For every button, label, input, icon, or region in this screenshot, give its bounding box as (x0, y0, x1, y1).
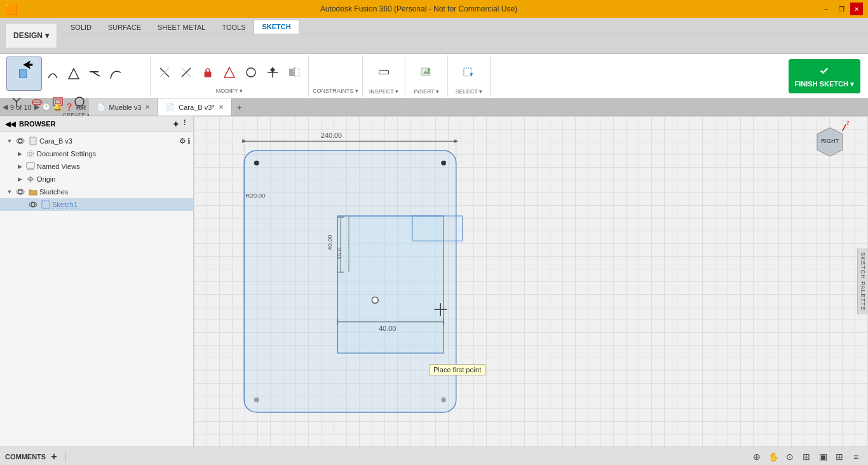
user-icon[interactable]: RR (76, 104, 86, 111)
inspect-group-label: INSPECT ▾ (369, 88, 398, 96)
design-button[interactable]: DESIGN ▾ (5, 23, 57, 48)
diagonal2-button[interactable] (176, 62, 196, 83)
triangle2-button[interactable] (219, 62, 240, 83)
eye-icon[interactable] (15, 136, 25, 146)
browser-item-cara-b[interactable]: ▼ Cara_B v3 ⚙ ℹ (0, 135, 193, 147)
constraints-group-label: CONSTRAINTS ▾ (313, 88, 358, 95)
mirror-button[interactable] (284, 62, 304, 83)
browser-item-named-views[interactable]: ▶ Named Views (0, 160, 193, 173)
lock-button[interactable] (198, 62, 218, 83)
svg-line-6 (13, 98, 17, 102)
toggle-doc-settings[interactable]: ▶ (15, 151, 24, 157)
eye-sketches-icon[interactable] (15, 187, 25, 197)
finish-sketch-button[interactable]: FINISH SKETCH ▾ (789, 59, 860, 93)
browser-item-doc-settings[interactable]: ▶ Document Settings (0, 147, 193, 160)
browser-label-cara-b: Cara_B v3 (39, 137, 177, 145)
sketch-canvas[interactable]: 240.00 R20.00 40.00 15.0 (194, 116, 868, 447)
intersect-button[interactable] (262, 62, 283, 83)
toggle-origin[interactable]: ▶ (15, 176, 24, 182)
svg-rect-4 (90, 71, 98, 72)
toggle-cara-b[interactable]: ▼ (5, 138, 14, 144)
grid-toggle-tool[interactable]: ⊞ (832, 450, 846, 464)
tab-sheet-metal[interactable]: SHEET METAL (149, 20, 214, 34)
browser-add-icon[interactable]: + (173, 119, 179, 129)
display-mode-tool[interactable]: ▣ (816, 450, 830, 464)
tab-cara-b-v3[interactable]: 📄 Cara_B v3* ✕ (158, 98, 231, 116)
insert-image-button[interactable] (409, 57, 444, 88)
eye-sketch1-icon[interactable] (28, 199, 38, 210)
nav-prev-icon[interactable]: ◀ (3, 103, 8, 111)
curve-tool-button[interactable] (105, 64, 126, 84)
line-ext-button[interactable] (85, 64, 105, 84)
comments-add-icon[interactable]: + (51, 451, 57, 462)
views-icon (25, 161, 36, 172)
tab-mueble-v3[interactable]: 📄 Mueble v3 ✕ (89, 98, 159, 116)
browser-more-icon[interactable]: ⋮ (181, 119, 188, 129)
browser-item-sketch1[interactable]: Sketch1 (0, 198, 193, 211)
browser-label-sketch1: Sketch1 (52, 201, 191, 208)
toggle-named-views[interactable]: ▶ (15, 163, 24, 170)
tab-tools[interactable]: TOOLS (214, 20, 254, 34)
viewcube[interactable]: RIGHT Z (811, 121, 849, 159)
svg-point-51 (18, 190, 22, 194)
arc-tool-button[interactable] (43, 64, 63, 84)
triangle-tool-button[interactable] (64, 64, 84, 84)
sketch-palette-tab[interactable]: SKETCH PALETTE (857, 248, 868, 314)
browser-item-origin[interactable]: ▶ Origin (0, 173, 193, 185)
new-tab-button[interactable]: + (232, 100, 247, 115)
close-button[interactable]: ✕ (850, 3, 863, 15)
svg-text:Z: Z (846, 121, 849, 126)
orbit-tool[interactable]: ⊕ (750, 450, 764, 464)
clock-icon[interactable]: 🕐 (42, 103, 51, 111)
tab-solid[interactable]: SOLID (62, 20, 100, 34)
insert-group-label: INSERT ▾ (414, 88, 439, 96)
more-tools[interactable]: ≡ (849, 450, 863, 464)
gear-icon (25, 149, 36, 159)
nav-count: 9 of 10 (8, 104, 34, 111)
toggle-sketches[interactable]: ▼ (5, 189, 14, 195)
comments-label: COMMENTS (5, 453, 46, 461)
toolbar-group-select: SELECT ▾ (448, 55, 491, 97)
zoom-fit-tool[interactable]: ⊙ (783, 450, 797, 464)
tab-surface[interactable]: SURFACE (100, 20, 149, 34)
select-button[interactable] (452, 57, 486, 88)
svg-rect-43 (30, 137, 36, 145)
canvas-area[interactable]: 240.00 R20.00 40.00 15.0 (194, 116, 868, 447)
zoom-window-tool[interactable]: ⊞ (799, 450, 813, 464)
circle2-button[interactable] (241, 62, 261, 83)
notification-icon[interactable]: 🔔 (53, 103, 62, 111)
info-icon[interactable]: ℹ (187, 137, 191, 145)
browser-label-sketches: Sketches (39, 188, 191, 196)
svg-rect-28 (295, 69, 299, 76)
tab-label: Cara_B v3* (179, 104, 214, 111)
tab-sketch[interactable]: SKETCH (254, 20, 299, 34)
tab-close-active[interactable]: ✕ (219, 104, 224, 111)
svg-line-7 (17, 98, 20, 102)
settings-icon[interactable]: ⚙ (179, 137, 186, 145)
browser-item-sketches[interactable]: ▼ Sketches (0, 185, 193, 198)
toolbar: CREATE ▾ (0, 54, 868, 98)
measure-button[interactable] (367, 57, 401, 88)
pan-tool[interactable]: ✋ (766, 450, 780, 464)
select-group-label: SELECT ▾ (456, 88, 482, 96)
maximize-button[interactable]: ❐ (835, 3, 848, 15)
browser-title: BROWSER (19, 120, 173, 128)
nav-next-icon[interactable]: ▶ (34, 103, 39, 111)
document-tabs: ◀ 9 of 10 ▶ 🕐 🔔 ❓ RR 📄 Mueble v3 ✕ 📄 Car… (0, 98, 868, 116)
tab-icon: 📄 (97, 103, 105, 111)
finish-sketch-group: FINISH SKETCH ▾ (783, 55, 865, 97)
eye-origin-icon[interactable] (25, 174, 36, 184)
browser-label-doc-settings: Document Settings (37, 150, 191, 158)
app-icon: 🟧 (5, 3, 18, 15)
rectangle-tool-button[interactable] (6, 57, 42, 91)
help-icon[interactable]: ❓ (65, 103, 74, 111)
app-title: Autodesk Fusion 360 (Personal - Not for … (18, 4, 820, 13)
browser-content: ▼ Cara_B v3 ⚙ ℹ ▶ Document Settings (0, 132, 193, 447)
bottom-tools: ⊕ ✋ ⊙ ⊞ ▣ ⊞ ≡ (750, 450, 863, 464)
doc-icon (28, 136, 38, 146)
tab-close[interactable]: ✕ (145, 104, 150, 111)
svg-rect-0 (20, 70, 27, 78)
diagonal1-button[interactable] (154, 62, 175, 83)
minimize-button[interactable]: – (820, 3, 832, 15)
browser-collapse-icon[interactable]: ◀◀ (5, 120, 15, 128)
